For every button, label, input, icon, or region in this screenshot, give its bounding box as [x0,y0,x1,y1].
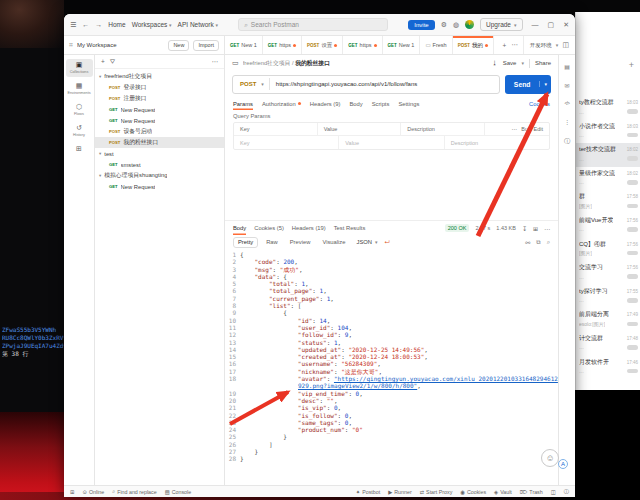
view-raw[interactable]: Raw [262,238,282,247]
info-icon[interactable]: ⓘ [564,137,570,146]
chat-list-item[interactable]: 前端Vue开发17:56… [576,214,640,238]
statusbar-trash[interactable]: ⌦Trash [520,489,543,495]
environment-quicklook-icon[interactable]: ◫ [562,41,569,49]
environment-selector[interactable]: 开发环境 ▾ ◫ [523,36,575,54]
chat-list-item[interactable]: 群17:58[图片] [576,190,640,214]
floating-a-badge[interactable]: A [558,459,568,469]
request-tab-authorization[interactable]: Authorization [262,97,301,110]
collection-request[interactable]: GETNew Request [95,181,224,192]
tab-options-icon[interactable]: ⋯ [511,41,518,49]
url-input[interactable]: https://shpingtingapi.youyacao.com/api/v… [270,81,423,87]
response-more-icon[interactable]: ⋯ [544,225,550,232]
collection-request[interactable]: POST登录接口 [95,82,224,93]
chat-list-item[interactable]: ty探讨学习17:55… [576,285,640,309]
collection-request[interactable]: GETsmstest [95,159,224,170]
rail-more[interactable]: ⊞ [66,143,93,156]
view-preview[interactable]: Preview [286,238,315,247]
chat-list-item[interactable]: ter技术交流群18:02… [576,143,640,167]
collection-request[interactable]: POST注册接口 [95,93,224,104]
response-tab-test results[interactable]: Test Results [334,221,366,235]
collection-request[interactable]: POST设备号启动 [95,126,224,137]
related-requests-icon[interactable]: ⋮ [564,118,570,125]
new-collection-icon[interactable]: + [101,58,105,65]
request-tab-headers (9)[interactable]: Headers (9) [310,97,341,110]
notifications-bell-icon[interactable]: ◍ [453,21,459,29]
format-selector[interactable]: JSON▾ [356,239,377,245]
statusbar-search[interactable]: ⌕Find and replace [112,488,156,495]
comments-icon[interactable]: ✉ [564,82,569,89]
close-button[interactable]: ✕ [563,21,569,29]
statusbar-proxy[interactable]: ⇄Start Proxy [420,489,453,495]
documentation-icon[interactable]: ▤ [564,63,570,70]
view-visualize[interactable]: Visualize [318,238,349,247]
add-tab-button[interactable]: + [503,42,507,49]
statusbar-console[interactable]: ▤Console [165,488,191,495]
chat-list-item[interactable]: 月发软件开17:46… [576,356,640,380]
doc-tab-New 1[interactable]: GETNew 1 [225,36,263,54]
method-dropdown-icon[interactable]: ▾ [261,81,264,87]
description-input[interactable]: Description [445,136,549,149]
doc-tab-Fresh[interactable]: ▭Fresh [420,36,452,54]
view-pretty[interactable]: Pretty [233,237,258,248]
method-selector[interactable]: POST [233,81,261,87]
response-tab-body[interactable]: Body [233,221,246,235]
response-tab-headers (19)[interactable]: Headers (19) [292,221,326,235]
rail-collections[interactable]: ▣Collections [66,59,93,77]
response-body-json[interactable]: 1{2 "code": 200,3 "msg": "成功",4 "data": … [225,249,558,485]
help-icon[interactable]: ⓘ [564,488,569,495]
rail-environments[interactable]: ▦Environments [66,80,93,98]
doc-tab-New 1[interactable]: GETNew 1 [383,36,421,54]
response-tab-cookies (5)[interactable]: Cookies (5) [254,221,284,235]
invite-button[interactable]: Invite [408,20,434,30]
forward-icon[interactable]: → [95,21,102,28]
chat-list-item[interactable]: 前后端分离17:49esolo:[图片] [576,308,640,332]
collection-group[interactable]: ▾模拟心理项目shuangting [95,170,224,181]
chat-list-item[interactable]: 量级作家交流18:02… [576,167,640,191]
minimize-button[interactable]: — [532,21,539,28]
collection-request[interactable]: GETNew Request [95,115,224,126]
request-tab-params[interactable]: Params [233,97,253,110]
collection-group[interactable]: ▾test [95,148,224,159]
key-input[interactable]: Key [234,136,339,149]
nav-home[interactable]: Home [108,21,125,28]
doc-tab-https[interactable]: GEThttps [343,36,382,54]
chat-list-item[interactable]: ty教程交流群18:03… [576,96,640,120]
menu-icon[interactable]: ☰ [70,21,76,29]
expand-icon[interactable]: ⊞ [533,225,538,232]
statusbar-runner[interactable]: ▶Runner [388,489,411,495]
user-avatar[interactable] [465,20,474,29]
new-button[interactable]: New [168,40,189,51]
rail-history[interactable]: ↺History [66,122,93,140]
collection-group[interactable]: ▾freefriend社交项目 [95,71,224,82]
breadcrumb[interactable]: freefriend社交项目 / 我的粉丝接口 [243,59,330,68]
statusbar-cookies[interactable]: ◉Cookies [460,489,486,495]
send-dropdown-icon[interactable]: ▾ [539,81,551,87]
floating-chat-avatar[interactable]: ☺ [541,449,559,467]
copy-icon[interactable]: ⧉ [536,239,540,246]
import-button[interactable]: Import [193,40,219,51]
share-button[interactable]: Share [535,60,551,66]
doc-tab-https[interactable]: GEThttps [263,36,302,54]
statusbar-postbot[interactable]: ✦Postbot [356,489,380,495]
save-dropdown-icon[interactable]: ▾ [521,60,524,66]
collection-request[interactable]: GETNew Request [95,104,224,115]
filter-icon[interactable]: ⛛ [110,58,115,66]
request-tab-body[interactable]: Body [349,97,362,110]
value-input[interactable]: Value [339,136,444,149]
request-tab-settings[interactable]: Settings [398,97,419,110]
bulk-edit-button[interactable]: ⋯Bulk Edit [485,123,549,135]
global-search-input[interactable]: ⌕ Search Postman [238,18,388,31]
cookies-link[interactable]: Cookies [529,101,550,107]
search-response-icon[interactable]: ⌕ [547,239,550,246]
panel-toggle-icon[interactable]: ◫ [551,489,556,495]
request-tab-scripts[interactable]: Scripts [372,97,390,110]
upgrade-button[interactable]: Upgrade▾ [480,18,522,31]
back-icon[interactable]: ← [82,21,89,28]
settings-gear-icon[interactable]: ⚙ [441,21,447,29]
rail-flows[interactable]: ⬡Flows [66,101,93,119]
nav-workspaces[interactable]: Workspaces ▾ [132,21,172,28]
chat-list-item[interactable]: 计交流群17:48… [576,332,640,356]
nav-api-network[interactable]: API Network ▾ [178,21,218,28]
wrap-lines-icon[interactable]: ⮠ [384,238,389,246]
chat-list-item[interactable]: 小说作者交流18:03… [576,120,640,144]
